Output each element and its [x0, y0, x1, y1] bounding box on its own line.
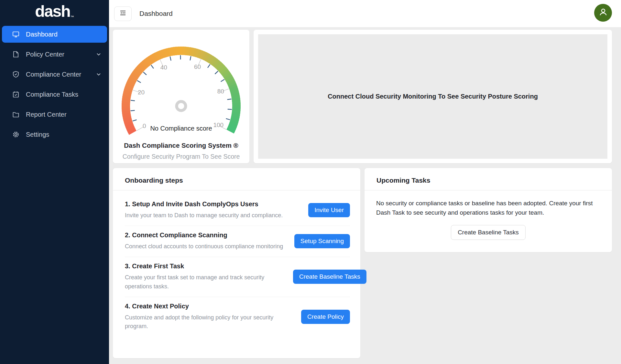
svg-text:80: 80	[217, 88, 224, 95]
chevron-down-icon	[96, 72, 101, 77]
security-posture-card: Connect Cloud Security Monitoring To See…	[254, 30, 612, 163]
onboarding-step-4: 4. Create Next Policy Customize and adop…	[125, 297, 350, 337]
setup-scanning-button[interactable]: Setup Scanning	[294, 234, 350, 248]
collapse-sidebar-button[interactable]	[114, 6, 132, 21]
upcoming-tasks-title: Upcoming Tasks	[365, 168, 612, 190]
sidebar-item-label: Dashboard	[26, 31, 58, 38]
create-baseline-tasks-button[interactable]: Create Baseline Tasks	[293, 270, 366, 284]
gauge-subtitle: Configure Security Program To See Score	[113, 153, 249, 160]
step-description: Customize and adopt the following policy…	[125, 313, 293, 331]
folder-icon	[12, 111, 19, 118]
create-policy-button[interactable]: Create Policy	[301, 310, 350, 324]
step-title: 2. Connect Compliance Scanning	[125, 231, 293, 239]
topbar: Dashboard	[109, 0, 621, 27]
upcoming-tasks-card: Upcoming Tasks No security or compliance…	[365, 168, 612, 252]
dashboard-content: 020406080100 No Compliance score Dash Co…	[109, 27, 621, 364]
sidebar-item-settings[interactable]: Settings	[2, 126, 107, 143]
document-icon	[12, 51, 19, 58]
sidebar-item-compliance-tasks[interactable]: Compliance Tasks	[2, 86, 107, 103]
sidebar-item-policy-center[interactable]: Policy Center	[2, 46, 107, 63]
sidebar-item-label: Report Center	[26, 111, 67, 118]
compliance-score-card: 020406080100 No Compliance score Dash Co…	[113, 30, 249, 163]
monitor-icon	[12, 31, 19, 38]
sidebar: dash™ Dashboard Policy Center Compliance…	[0, 0, 109, 364]
sidebar-item-report-center[interactable]: Report Center	[2, 106, 107, 123]
security-posture-message: Connect Cloud Security Monitoring To See…	[328, 93, 538, 100]
step-description: Invite your team to Dash to manage secur…	[125, 211, 293, 220]
sidebar-item-label: Policy Center	[26, 51, 64, 58]
onboarding-step-3: 3. Create First Task Create your first t…	[125, 257, 350, 297]
sidebar-item-dashboard[interactable]: Dashboard	[2, 26, 107, 43]
svg-text:60: 60	[194, 63, 201, 70]
gauge-title: Dash Compliance Scoring System ®	[113, 142, 249, 149]
trademark-symbol: ™	[71, 15, 74, 19]
step-description: Create your first task set to manage and…	[125, 273, 293, 291]
step-title: 4. Create Next Policy	[125, 303, 293, 310]
security-posture-panel: Connect Cloud Security Monitoring To See…	[258, 34, 607, 159]
menu-fold-icon	[119, 9, 127, 18]
svg-text:40: 40	[160, 64, 167, 71]
logo-text: dash	[35, 2, 70, 20]
sidebar-item-label: Compliance Tasks	[26, 91, 78, 98]
sidebar-item-label: Compliance Center	[26, 71, 81, 78]
user-avatar[interactable]	[594, 4, 612, 22]
page-title: Dashboard	[139, 10, 173, 17]
onboarding-title: Onboarding steps	[113, 168, 360, 190]
sidebar-item-compliance-center[interactable]: Compliance Center	[2, 66, 107, 83]
create-baseline-tasks-outline-button[interactable]: Create Baseline Tasks	[451, 225, 526, 240]
gauge-no-score-text: No Compliance score	[113, 125, 249, 132]
invite-user-button[interactable]: Invite User	[308, 203, 350, 217]
onboarding-step-2: 2. Connect Compliance Scanning Connect c…	[125, 226, 350, 257]
chevron-down-icon	[96, 52, 101, 57]
sidebar-item-label: Settings	[26, 131, 49, 138]
svg-text:20: 20	[138, 89, 145, 96]
step-title: 1. Setup And Invite Dash ComplyOps Users	[125, 200, 293, 208]
step-title: 3. Create First Task	[125, 262, 293, 270]
onboarding-step-1: 1. Setup And Invite Dash ComplyOps Users…	[125, 195, 350, 226]
step-description: Connect cloud accounts to continuous com…	[125, 242, 293, 251]
upcoming-tasks-message: No security or compliance tasks or basel…	[376, 199, 600, 217]
onboarding-card: Onboarding steps 1. Setup And Invite Das…	[113, 168, 360, 358]
calendar-check-icon	[12, 91, 19, 98]
app-logo: dash™	[0, 2, 109, 21]
shield-icon	[12, 71, 19, 78]
gear-icon	[12, 131, 19, 138]
user-icon	[598, 7, 608, 18]
